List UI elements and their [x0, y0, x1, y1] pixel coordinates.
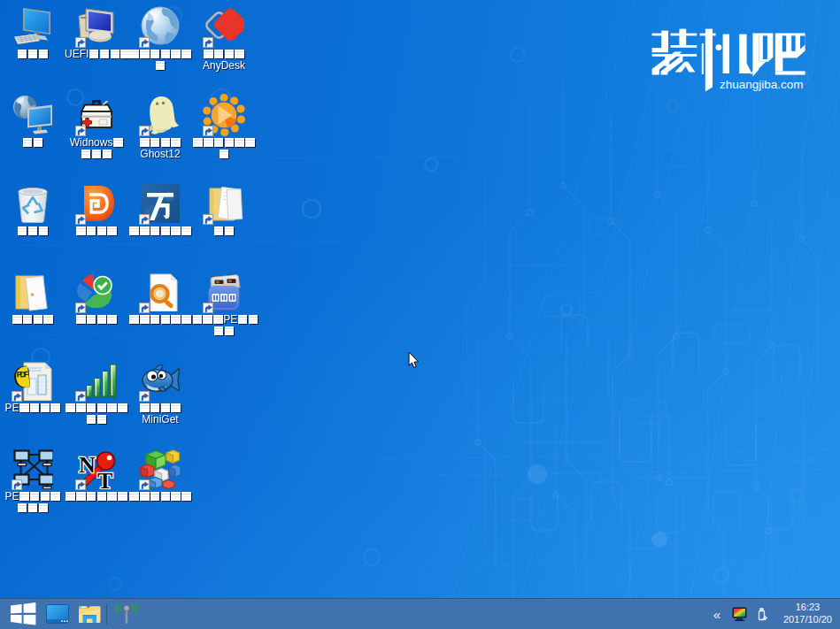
- svg-text:PDF: PDF: [16, 370, 29, 380]
- svg-text:N: N: [79, 452, 96, 478]
- svg-text:T: T: [97, 468, 112, 489]
- svg-text:zhuangjiba.com: zhuangjiba.com: [720, 78, 804, 91]
